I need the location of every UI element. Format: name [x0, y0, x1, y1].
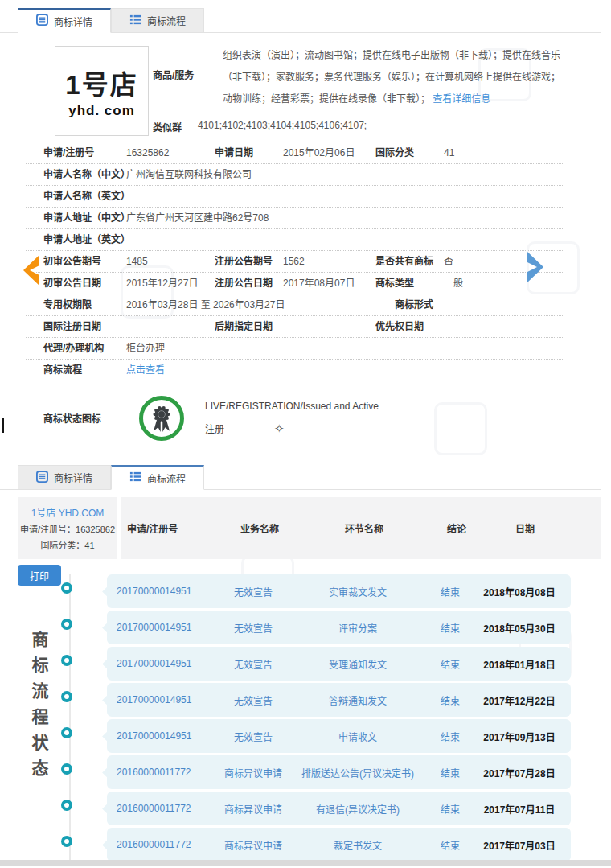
application-number-link[interactable]: 20170000014951	[117, 622, 217, 633]
business-name: 商标异议申请	[217, 766, 289, 780]
field-value: 1562	[283, 256, 375, 267]
detail-row: 申请人地址（英文）	[26, 229, 563, 251]
detail-table: 申请/注册号 16325862 申请日期 2015年02月06日 国际分类 41…	[26, 142, 563, 455]
detail-tabbar: 商标详情 商标流程	[18, 8, 204, 33]
view-details-link[interactable]: 查看详细信息	[433, 93, 490, 105]
field-label: 申请日期	[215, 147, 283, 158]
application-number-link[interactable]: 20160000011772	[117, 767, 217, 778]
document-lines-icon	[36, 471, 48, 485]
field-label: 是否共有商标	[375, 256, 444, 267]
process-status-side-label: 商标流程状态	[27, 631, 51, 785]
field-label: 代理/办理机构	[43, 343, 126, 354]
step-name: 申请收文	[289, 730, 426, 743]
tab-label: 商标详情	[54, 471, 92, 484]
detail-row: 国际注册日期 后期指定日期 优先权日期	[26, 316, 563, 338]
summary-reg-no: 申请/注册号：16325862	[20, 522, 115, 535]
date: 2018年05月30日	[474, 621, 564, 635]
result: 结束	[426, 693, 474, 707]
timeline-node	[61, 691, 72, 702]
result: 结束	[426, 766, 474, 780]
timeline-line	[69, 574, 71, 864]
detail-row: 商标流程 点击查看	[26, 360, 563, 381]
detail-row: 代理/办理机构 柜台办理	[26, 338, 563, 360]
detail-row: 初审公告期号 1485 注册公告期号 1562 是否共有商标 否	[26, 251, 563, 273]
field-label: 申请人名称（英文）	[43, 191, 126, 202]
tab-trademark-detail[interactable]: 商标详情	[18, 465, 111, 490]
trademark-name-link[interactable]: 1号店 YHD.COM	[31, 505, 105, 519]
print-button[interactable]: 打印	[18, 565, 61, 586]
tab-trademark-detail[interactable]: 商标详情	[18, 8, 111, 33]
result: 结束	[426, 802, 474, 816]
step-name: 受理通知发文	[289, 657, 426, 671]
business-name: 商标异议申请	[217, 802, 289, 816]
detail-row: 初审公告日期 2015年12月27日 注册公告日期 2017年08月07日 商标…	[26, 273, 563, 294]
process-row: 20170000014951 无效宣告 申请收文 结束 2017年09月13日	[107, 719, 571, 753]
date: 2018年08月08日	[474, 585, 564, 599]
process-row: 20170000014951 无效宣告 受理通知发文 结束 2018年01月18…	[107, 647, 571, 681]
field-value: 1485	[126, 256, 215, 267]
application-number-link[interactable]: 20170000014951	[117, 658, 217, 669]
field-label: 商标形式	[395, 299, 463, 311]
next-arrow-button[interactable]	[525, 249, 547, 288]
process-table-header: 申请/注册号 业务名称 环节名称 结论 日期	[121, 497, 601, 559]
timeline-node	[61, 619, 72, 630]
tab-label: 商标详情	[54, 14, 92, 28]
application-number-link[interactable]: 20170000014951	[117, 694, 217, 706]
process-row: 20170000014951 无效宣告 实审裁文发文 结束 2018年08月08…	[107, 574, 571, 608]
timeline-node	[61, 836, 72, 847]
list-icon	[129, 14, 141, 28]
cursor-artifact-icon: ✧	[274, 422, 285, 436]
result: 结束	[426, 657, 474, 671]
status-text: LIVE/REGISTRATION/Issued and Active 注册 ✧	[205, 401, 379, 436]
summary-intl-class: 国际分类：41	[40, 538, 94, 551]
tab-trademark-process[interactable]: 商标流程	[111, 465, 204, 490]
text-cursor-artifact	[2, 418, 4, 433]
step-name: 排版送达公告(异议决定书)	[289, 766, 426, 780]
application-number-link[interactable]: 20160000011772	[117, 839, 217, 850]
process-row: 20160000011772 商标异议申请 排版送达公告(异议决定书) 结束 2…	[107, 755, 571, 789]
trademark-logo-text: 1号店	[65, 64, 137, 102]
prev-arrow-button[interactable]	[19, 253, 42, 291]
field-label: 申请人地址（英文）	[43, 234, 126, 245]
field-label: 专用权期限	[43, 299, 126, 311]
timeline-node	[61, 582, 72, 594]
goods-services-value: 组织表演（演出）；流动图书馆；提供在线电子出版物（非下载）；提供在线音乐（非下载…	[223, 50, 560, 105]
click-to-view-link[interactable]: 点击查看	[126, 364, 165, 376]
step-name: 实审裁文发文	[289, 585, 426, 599]
field-label: 商标类型	[375, 278, 444, 289]
application-number-link[interactable]: 20160000011772	[117, 803, 217, 814]
application-number-link[interactable]: 20170000014951	[117, 730, 217, 742]
similar-group-label: 类似群	[153, 120, 182, 134]
trademark-image: 1号店 yhd. com	[55, 46, 149, 136]
date: 2017年07月11日	[474, 802, 564, 816]
process-row: 20160000011772 商标异议申请 裁定书发文 结束 2017年07月0…	[107, 828, 571, 862]
step-name: 评审分案	[289, 621, 426, 635]
trademark-logo-domain: yhd. com	[68, 103, 135, 119]
field-value: 41	[444, 147, 563, 158]
divider	[153, 113, 560, 113]
step-name: 裁定书发文	[289, 838, 426, 852]
field-value: 广东省广州天河区建中路62号708	[126, 212, 563, 224]
process-row: 20170000014951 无效宣告 评审分案 结束 2018年05月30日	[107, 611, 571, 644]
business-name: 无效宣告	[217, 730, 289, 743]
field-value: 2016年03月28日 至 2026年03月27日	[126, 299, 395, 311]
header-date: 日期	[481, 521, 569, 535]
application-number-link[interactable]: 20170000014951	[117, 586, 217, 597]
business-name: 无效宣告	[217, 693, 289, 707]
field-label: 申请人名称（中文）	[43, 169, 126, 180]
timeline-node	[61, 763, 72, 775]
date: 2017年07月28日	[474, 766, 564, 780]
field-label: 优先权日期	[375, 321, 444, 332]
tab-trademark-process[interactable]: 商标流程	[111, 8, 204, 33]
header-application-number: 申请/注册号	[127, 521, 223, 535]
process-row: 20160000011772 商标异议申请 有退信(异议决定书) 结束 2017…	[107, 792, 571, 825]
list-icon	[129, 471, 141, 485]
detail-row: 申请人地址（中文） 广东省广州天河区建中路62号708	[26, 208, 563, 229]
business-name: 无效宣告	[217, 657, 289, 671]
field-label: 申请/注册号	[43, 147, 126, 158]
result: 结束	[426, 621, 474, 635]
business-name: 商标异议申请	[217, 838, 289, 852]
field-label: 注册公告日期	[215, 278, 283, 289]
field-label: 初审公告日期	[43, 278, 126, 289]
business-name: 无效宣告	[217, 585, 289, 599]
